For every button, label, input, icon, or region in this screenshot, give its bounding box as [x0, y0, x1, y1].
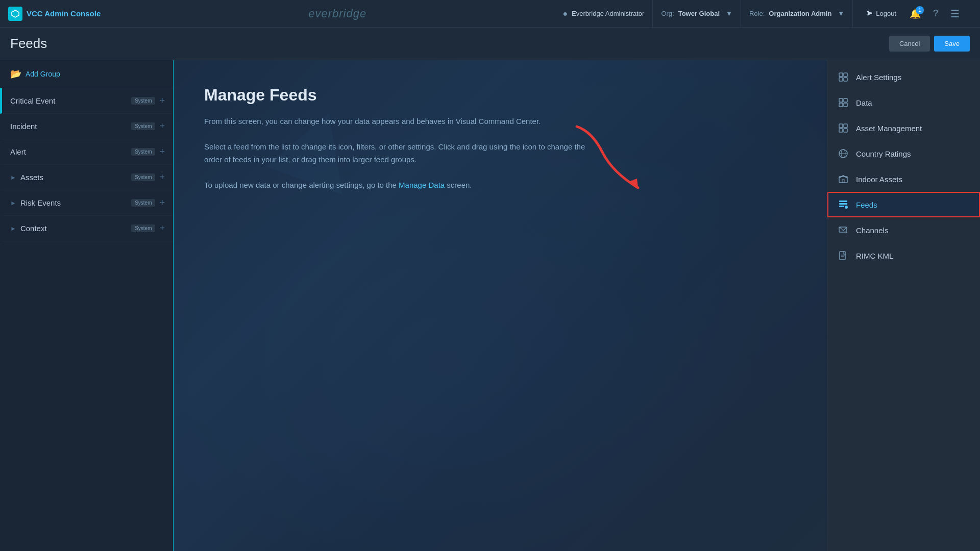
right-menu-indoor-assets[interactable]: Indoor Assets — [827, 166, 980, 192]
para3-suffix: screen. — [445, 181, 472, 189]
critical-event-add-icon[interactable]: + — [159, 95, 165, 106]
role-prefix: Role: — [749, 10, 765, 17]
alert-label: Alert — [10, 147, 127, 156]
svg-rect-12 — [844, 124, 847, 128]
add-group-button[interactable]: 📂 Add Group — [0, 60, 173, 88]
manage-feeds-title: Manage Feeds — [204, 86, 602, 105]
save-button[interactable]: Save — [934, 36, 970, 52]
rimc-kml-label: RIMC KML — [856, 252, 893, 260]
asset-management-icon — [838, 122, 849, 134]
sidebar-item-critical-event[interactable]: Critical Event System + — [0, 88, 173, 114]
asset-management-label: Asset Management — [856, 124, 922, 133]
svg-rect-7 — [839, 98, 843, 102]
alert-add-icon[interactable]: + — [159, 146, 165, 157]
assets-chevron-icon: ► — [10, 174, 16, 181]
help-icon: ? — [933, 8, 938, 18]
svg-rect-19 — [842, 180, 844, 183]
indoor-assets-icon — [838, 173, 849, 185]
content-area: Manage Feeds From this screen, you can c… — [174, 60, 827, 551]
country-ratings-label: Country Ratings — [856, 149, 911, 158]
feeds-icon — [838, 199, 849, 210]
risk-events-add-icon[interactable]: + — [159, 197, 165, 208]
svg-marker-1 — [13, 12, 17, 16]
right-menu-asset-management[interactable]: Asset Management — [827, 115, 980, 141]
svg-rect-13 — [839, 129, 843, 132]
manage-data-link[interactable]: Manage Data — [399, 181, 445, 189]
assets-add-icon[interactable]: + — [159, 172, 165, 183]
org-selector[interactable]: Org: Tower Global ▼ — [653, 0, 741, 28]
header-center: everbridge — [120, 7, 554, 20]
user-icon: ● — [562, 9, 568, 18]
svg-rect-10 — [844, 103, 847, 107]
sidebar-item-alert[interactable]: Alert System + — [0, 139, 173, 165]
content-para-2: Select a feed from the list to change it… — [204, 140, 602, 166]
context-label: Context — [20, 224, 127, 233]
incident-badge: System — [131, 122, 155, 130]
app-title: VCC Admin Console — [27, 9, 101, 18]
sidebar-item-assets[interactable]: ► Assets System + — [0, 165, 173, 190]
svg-rect-11 — [839, 124, 843, 128]
hamburger-button[interactable]: ☰ — [946, 6, 964, 22]
right-menu-alert-settings[interactable]: Alert Settings — [827, 64, 980, 90]
right-menu-channels[interactable]: Channels — [827, 217, 980, 243]
sidebar-item-incident[interactable]: Incident System + — [0, 114, 173, 139]
rimc-kml-icon — [838, 250, 849, 261]
svg-rect-21 — [839, 203, 847, 205]
folder-plus-icon: 📂 — [10, 68, 21, 80]
alert-badge: System — [131, 148, 155, 156]
right-menu-data[interactable]: Data — [827, 90, 980, 115]
critical-event-label: Critical Event — [10, 96, 127, 105]
risk-events-chevron-icon: ► — [10, 199, 16, 207]
add-group-label: Add Group — [26, 70, 60, 78]
data-icon — [838, 97, 849, 108]
para3-prefix: To upload new data or change alerting se… — [204, 181, 399, 189]
right-menu-rimc-kml[interactable]: RIMC KML — [827, 243, 980, 268]
svg-rect-22 — [839, 206, 844, 207]
risk-events-label: Risk Events — [20, 198, 127, 207]
svg-line-25 — [846, 232, 847, 233]
alert-settings-icon — [838, 71, 849, 83]
help-button[interactable]: ? — [929, 6, 942, 21]
right-menu-country-ratings[interactable]: Country Ratings — [827, 141, 980, 166]
indoor-assets-label: Indoor Assets — [856, 175, 902, 184]
page-header: Feeds Cancel Save — [0, 28, 980, 60]
header-user: ● Everbridge Administrator — [554, 0, 653, 28]
role-chevron-icon: ▼ — [838, 10, 844, 17]
content-para-1: From this screen, you can change how you… — [204, 115, 602, 128]
cancel-button[interactable]: Cancel — [889, 36, 930, 52]
svg-rect-3 — [839, 73, 843, 77]
sidebar-item-context[interactable]: ► Context System + — [0, 216, 173, 241]
svg-point-23 — [845, 206, 848, 209]
header-right: ● Everbridge Administrator Org: Tower Gl… — [554, 0, 972, 28]
role-selector[interactable]: Role: Organization Admin ▼ — [741, 0, 853, 28]
logo-icon — [8, 7, 22, 21]
everbridge-logo: everbridge — [308, 7, 366, 20]
right-menu-feeds[interactable]: Feeds — [827, 192, 980, 217]
svg-rect-14 — [844, 129, 847, 132]
logout-icon: ⮞ — [866, 10, 873, 17]
country-ratings-icon — [838, 148, 849, 159]
org-chevron-icon: ▼ — [726, 10, 732, 17]
assets-label: Assets — [20, 173, 127, 182]
svg-rect-4 — [844, 73, 847, 77]
notifications-button[interactable]: 🔔 1 — [905, 6, 925, 21]
main-layout: 📂 Add Group Critical Event System + Inci… — [0, 60, 980, 551]
incident-label: Incident — [10, 122, 127, 131]
top-header: VCC Admin Console everbridge ● Everbridg… — [0, 0, 980, 28]
sidebar-item-risk-events[interactable]: ► Risk Events System + — [0, 190, 173, 216]
content-inner: Manage Feeds From this screen, you can c… — [174, 60, 633, 229]
alert-settings-label: Alert Settings — [856, 73, 901, 82]
logout-label: Logout — [876, 10, 896, 17]
svg-rect-9 — [839, 103, 843, 107]
logout-button[interactable]: ⮞ Logout — [861, 7, 901, 20]
hamburger-icon: ☰ — [950, 8, 960, 19]
user-name: Everbridge Administrator — [572, 10, 644, 17]
context-add-icon[interactable]: + — [159, 223, 165, 234]
incident-add-icon[interactable]: + — [159, 121, 165, 132]
context-badge: System — [131, 224, 155, 232]
role-name: Organization Admin — [769, 10, 831, 17]
content-para-3: To upload new data or change alerting se… — [204, 179, 602, 192]
channels-label: Channels — [856, 226, 888, 235]
svg-rect-26 — [840, 252, 845, 260]
channels-icon — [838, 224, 849, 236]
